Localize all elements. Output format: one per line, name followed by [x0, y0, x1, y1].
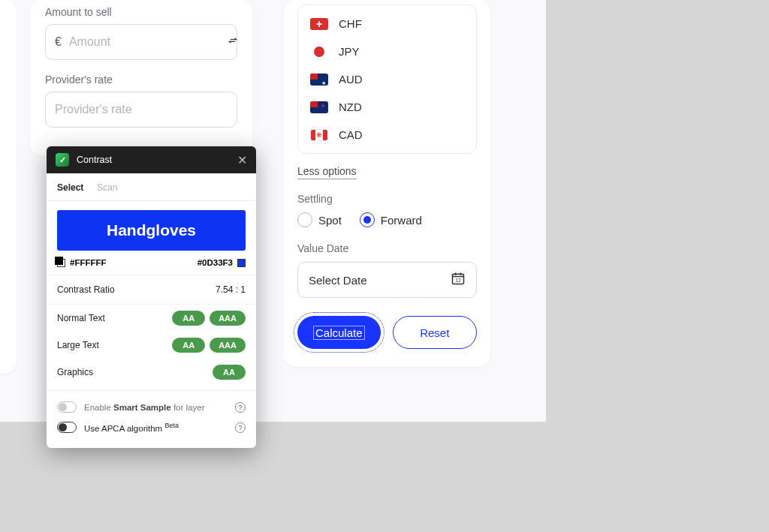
help-icon[interactable]: ?: [235, 422, 246, 433]
apca-option: Use APCA algorithm Beta ?: [57, 417, 246, 437]
check-graphics: Graphics AA: [47, 359, 256, 386]
bg-hex: #0D33F3: [198, 258, 233, 267]
contrast-plugin-panel: Contrast ✕ Select Scan Handgloves #FFFFF…: [47, 146, 256, 448]
radio-forward[interactable]: Forward: [360, 212, 422, 227]
ratio-value: 7.54 : 1: [216, 284, 246, 295]
radio-spot[interactable]: Spot: [297, 212, 342, 227]
value-date-input[interactable]: Select Date 12: [297, 262, 477, 298]
flag-ch-icon: [310, 18, 328, 30]
flag-nz-icon: [310, 101, 328, 113]
text-fragment: Smart Sample: [113, 403, 171, 412]
currency-list: CHF JPY AUD NZD ❋ CAD: [297, 5, 477, 154]
settling-label: Settling: [297, 193, 477, 205]
rate-input[interactable]: [55, 103, 228, 116]
pass-pill: AAA: [210, 338, 246, 353]
amount-input[interactable]: [69, 35, 219, 49]
ratio-row: Contrast Ratio 7.54 : 1: [47, 275, 256, 305]
smart-sample-option: Enable Smart Sample for layer ?: [57, 397, 246, 417]
plugin-header[interactable]: Contrast ✕: [47, 146, 256, 173]
toggle-apca[interactable]: [57, 422, 77, 433]
flag-au-icon: [310, 74, 328, 86]
text-fragment: Enable: [84, 403, 113, 412]
currency-item-aud[interactable]: AUD: [298, 65, 476, 93]
fg-hex: #FFFFFF: [70, 258, 107, 267]
plugin-tabs: Select Scan: [47, 173, 256, 201]
plugin-title: Contrast: [77, 155, 230, 165]
currency-item-jpy[interactable]: JPY: [298, 38, 476, 65]
pass-pill: AA: [172, 338, 205, 353]
currency-item-cad[interactable]: ❋ CAD: [298, 121, 476, 149]
value-date-label: Value Date: [297, 242, 477, 254]
calculate-button[interactable]: Calculate: [297, 316, 381, 349]
calendar-icon: 12: [451, 271, 466, 289]
sample-preview: Handgloves: [57, 210, 246, 251]
flag-jp-icon: [314, 47, 324, 57]
less-options-link[interactable]: Less options: [297, 165, 357, 179]
tab-select[interactable]: Select: [57, 182, 83, 193]
radio-label: Spot: [318, 214, 342, 227]
calculate-label: Calculate: [313, 326, 365, 340]
swatch-row: #FFFFFF #0D33F3: [47, 255, 256, 275]
currency-item-chf[interactable]: CHF: [298, 10, 476, 38]
bg-swatch[interactable]: #0D33F3: [198, 258, 246, 267]
reset-label: Reset: [420, 326, 449, 339]
amount-label: Amount to sell: [45, 6, 237, 18]
text-fragment: Beta: [164, 422, 179, 429]
check-label: Graphics: [57, 367, 93, 377]
radio-circle-icon: [297, 212, 312, 227]
fg-swatch[interactable]: #FFFFFF: [57, 258, 107, 267]
tab-scan[interactable]: Scan: [97, 182, 117, 193]
check-normal-text: Normal Text AA AAA: [47, 305, 256, 332]
flag-ca-icon: ❋: [310, 129, 328, 141]
pass-pill: AA: [213, 365, 246, 380]
toggle-smart-sample[interactable]: [57, 401, 77, 413]
button-row: Calculate Reset: [297, 316, 477, 349]
pass-pill: AA: [172, 311, 205, 326]
radio-dot-icon: [363, 216, 371, 224]
check-large-text: Large Text AA AAA: [47, 332, 256, 359]
text-fragment: for layer: [171, 403, 205, 412]
card-sliver: [0, 0, 17, 374]
smart-sample-text: Enable Smart Sample for layer: [84, 403, 204, 412]
svg-text:12: 12: [455, 278, 461, 283]
check-label: Normal Text: [57, 313, 105, 323]
swatch-chip-icon: [57, 259, 65, 267]
currency-code: JPY: [339, 45, 360, 58]
help-icon[interactable]: ?: [235, 402, 246, 413]
reset-button[interactable]: Reset: [393, 316, 478, 349]
plugin-app-icon: [56, 153, 69, 167]
plugin-footer: Enable Smart Sample for layer ? Use APCA…: [47, 390, 256, 448]
currency-code: CHF: [339, 17, 362, 30]
currency-item-nzd[interactable]: NZD: [298, 93, 476, 121]
currency-code: NZD: [339, 101, 362, 113]
settling-radio-group: Spot Forward: [297, 212, 477, 227]
date-placeholder: Select Date: [309, 274, 367, 287]
check-label: Large Text: [57, 340, 99, 350]
form-card: Amount to sell € Provider's rate: [30, 0, 252, 156]
currency-code: CAD: [339, 128, 363, 141]
rate-label: Provider's rate: [45, 74, 237, 86]
swatch-chip-icon: [237, 259, 246, 267]
radio-circle-icon: [360, 212, 375, 227]
ratio-label: Contrast Ratio: [57, 284, 115, 295]
radio-label: Forward: [381, 214, 422, 227]
swap-icon[interactable]: [227, 35, 239, 50]
amount-input-wrap[interactable]: €: [45, 24, 237, 60]
close-icon[interactable]: ✕: [237, 153, 247, 167]
rate-input-wrap[interactable]: [45, 92, 237, 128]
apca-text: Use APCA algorithm Beta: [84, 422, 179, 433]
options-card: CHF JPY AUD NZD ❋ CAD Less options Settl…: [284, 0, 490, 367]
currency-code: AUD: [339, 73, 363, 86]
currency-symbol: €: [55, 35, 62, 49]
pass-pill: AAA: [210, 311, 246, 326]
text-fragment: Use APCA algorithm: [84, 424, 164, 433]
